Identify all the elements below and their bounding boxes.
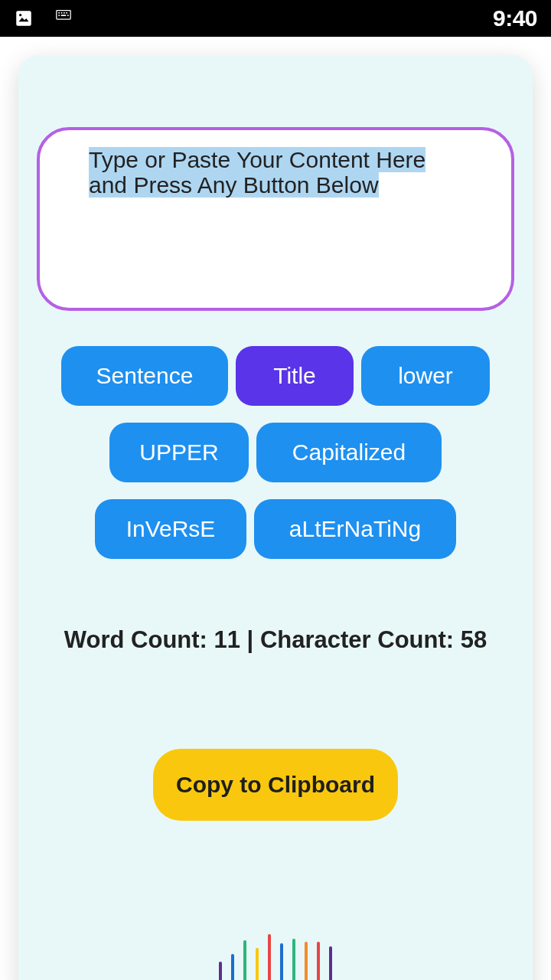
status-left	[14, 8, 72, 28]
upper-button[interactable]: UPPER	[109, 423, 249, 482]
eq-bar	[305, 942, 308, 980]
status-time: 9:40	[493, 5, 537, 31]
app-area: Type or Paste Your Content Here and Pres…	[0, 37, 551, 980]
keyboard-icon	[52, 8, 72, 28]
eq-bar	[219, 962, 222, 980]
eq-bar	[268, 934, 271, 980]
eq-bar	[243, 940, 246, 980]
svg-rect-4	[58, 12, 60, 14]
case-buttons: Sentence Title lower UPPER Capitalized I…	[37, 346, 514, 559]
inverse-button[interactable]: InVeRsE	[95, 499, 246, 559]
sentence-button[interactable]: Sentence	[61, 346, 228, 406]
image-icon	[14, 8, 34, 28]
capitalized-button[interactable]: Capitalized	[256, 423, 442, 482]
copy-button[interactable]: Copy to Clipboard	[153, 749, 398, 821]
eq-bar	[317, 942, 320, 980]
svg-rect-5	[61, 12, 63, 14]
svg-rect-10	[67, 15, 69, 16]
content-input[interactable]: Type or Paste Your Content Here and Pres…	[37, 127, 514, 311]
lower-button[interactable]: lower	[361, 346, 490, 406]
title-button[interactable]: Title	[236, 346, 354, 406]
equalizer-icon	[37, 934, 514, 980]
button-row-2: UPPER Capitalized	[109, 423, 442, 482]
count-label: Word Count: 11 | Character Count: 58	[37, 626, 514, 654]
svg-rect-7	[66, 12, 67, 14]
svg-rect-9	[61, 15, 67, 16]
alternating-button[interactable]: aLtErNaTiNg	[254, 499, 456, 559]
content-text: Type or Paste Your Content Here and Pres…	[89, 147, 425, 198]
svg-point-2	[19, 14, 21, 16]
eq-bar	[256, 948, 259, 980]
svg-rect-0	[16, 11, 31, 26]
status-bar: 9:40	[0, 0, 551, 37]
main-card: Type or Paste Your Content Here and Pres…	[18, 55, 533, 980]
svg-rect-6	[64, 12, 65, 14]
button-row-1: Sentence Title lower	[61, 346, 490, 406]
eq-bar	[280, 943, 283, 980]
eq-bar	[231, 954, 234, 980]
eq-bar	[292, 939, 295, 980]
button-row-3: InVeRsE aLtErNaTiNg	[95, 499, 456, 559]
eq-bar	[329, 946, 332, 980]
svg-rect-8	[58, 15, 60, 16]
